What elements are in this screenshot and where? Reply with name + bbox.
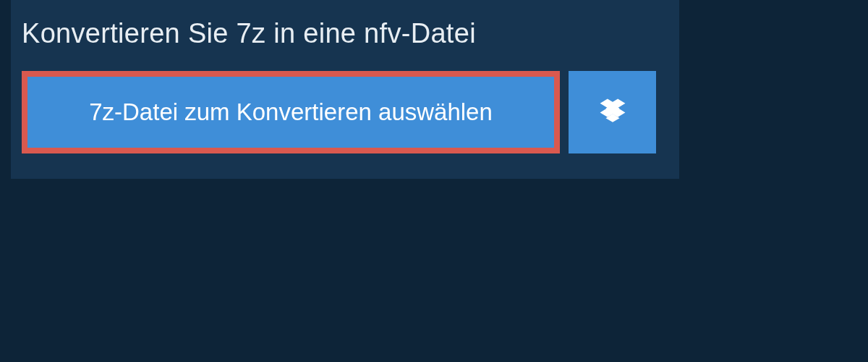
button-row: 7z-Datei zum Konvertieren auswählen — [11, 71, 679, 153]
select-file-button[interactable]: 7z-Datei zum Konvertieren auswählen — [22, 71, 560, 153]
select-file-label: 7z-Datei zum Konvertieren auswählen — [89, 98, 493, 126]
dropbox-button[interactable] — [569, 71, 656, 153]
page-title: Konvertieren Sie 7z in eine nfv-Datei — [22, 18, 668, 49]
heading-wrap: Konvertieren Sie 7z in eine nfv-Datei — [11, 0, 679, 71]
dropbox-icon — [599, 97, 626, 127]
converter-panel: Konvertieren Sie 7z in eine nfv-Datei 7z… — [11, 0, 679, 179]
